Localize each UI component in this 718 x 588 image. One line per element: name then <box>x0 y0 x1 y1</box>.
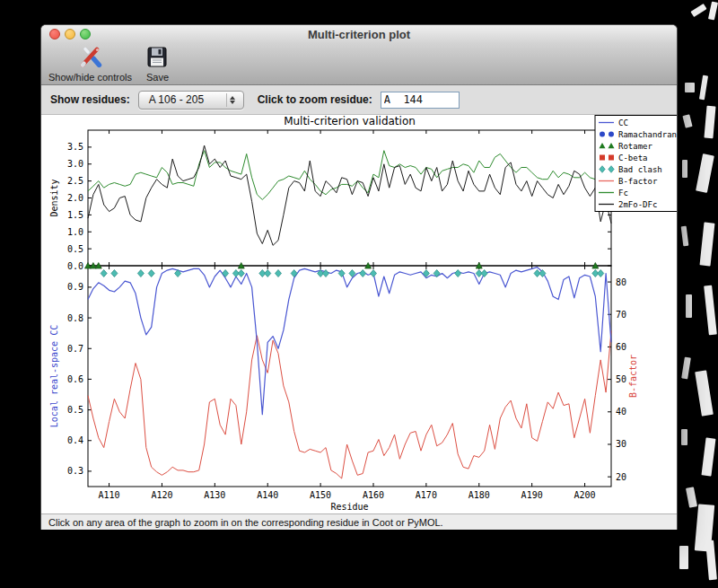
show-hide-controls-button[interactable]: Show/hide controls <box>48 46 132 83</box>
svg-text:A130: A130 <box>204 490 225 500</box>
svg-text:Ramachandran: Ramachandran <box>618 130 677 139</box>
screen-artifact <box>696 154 714 193</box>
svg-text:A120: A120 <box>151 490 172 500</box>
svg-text:CC: CC <box>618 118 628 127</box>
title-bar[interactable]: Multi-criterion plot <box>41 25 677 44</box>
zoom-residue-input[interactable] <box>381 92 460 109</box>
toolbar: Show/hide controls Save <box>41 44 677 85</box>
svg-text:2.0: 2.0 <box>67 193 83 203</box>
svg-text:0.3: 0.3 <box>67 466 83 476</box>
svg-text:A110: A110 <box>99 490 120 500</box>
svg-text:Rotamer: Rotamer <box>618 142 653 151</box>
screen-artifact <box>695 370 714 416</box>
screen-artifact <box>679 546 688 569</box>
screen-artifact <box>700 223 715 267</box>
svg-text:Bad clash: Bad clash <box>618 165 662 174</box>
svg-text:B-factor: B-factor <box>628 355 638 398</box>
minimize-button[interactable] <box>65 29 75 39</box>
screen-artifact <box>705 540 717 581</box>
status-text: Click on any area of the graph to zoom i… <box>48 517 443 528</box>
zoom-residue-label: Click to zoom residue: <box>258 93 372 106</box>
svg-text:0.4: 0.4 <box>67 435 83 445</box>
svg-text:60: 60 <box>616 342 626 352</box>
svg-text:Density: Density <box>49 179 59 216</box>
save-label: Save <box>146 72 169 83</box>
svg-text:3.5: 3.5 <box>67 142 83 152</box>
screen-artifact <box>681 226 689 247</box>
screen-artifact <box>682 160 687 178</box>
screen-artifact <box>690 4 706 17</box>
svg-text:C-beta: C-beta <box>618 154 648 162</box>
svg-text:70: 70 <box>616 310 626 320</box>
save-floppy-icon <box>146 46 168 71</box>
screen-artifact <box>682 114 692 128</box>
multi-criterion-plot-canvas[interactable]: Multi-criterion validation0.00.51.01.52.… <box>41 115 677 513</box>
svg-text:1.0: 1.0 <box>67 227 83 237</box>
svg-text:0.6: 0.6 <box>67 374 83 384</box>
svg-text:Fc: Fc <box>618 189 628 197</box>
svg-text:0.7: 0.7 <box>67 344 83 354</box>
screen-artifact <box>704 285 717 336</box>
svg-text:A150: A150 <box>310 490 331 500</box>
svg-text:A170: A170 <box>416 490 437 500</box>
controls-row: Show residues: A 106 - 205 Click to zoom… <box>41 85 677 115</box>
svg-text:A180: A180 <box>468 490 490 500</box>
screen-artifact <box>686 487 697 507</box>
screen-artifact <box>681 429 687 445</box>
screen-artifact <box>685 83 695 92</box>
show-residues-label: Show residues: <box>50 93 130 106</box>
svg-text:80: 80 <box>616 277 626 287</box>
svg-text:2.5: 2.5 <box>67 176 83 186</box>
save-button[interactable]: Save <box>146 46 169 83</box>
screen-artifact <box>699 75 708 101</box>
zoom-window-button[interactable] <box>80 29 91 39</box>
svg-text:A200: A200 <box>574 490 596 500</box>
svg-text:A160: A160 <box>363 490 384 500</box>
tools-icon <box>78 46 102 71</box>
svg-text:0.8: 0.8 <box>67 313 83 323</box>
screen-artifact <box>701 437 715 476</box>
svg-text:1.5: 1.5 <box>67 210 83 220</box>
app-window: Multi-criterion plot Show/hide controls <box>40 24 678 530</box>
screen-artifact <box>686 294 692 318</box>
svg-text:20: 20 <box>616 472 626 482</box>
svg-text:0.5: 0.5 <box>67 244 83 254</box>
status-bar: Click on any area of the graph to zoom i… <box>41 513 677 530</box>
svg-text:B-factor: B-factor <box>618 177 658 186</box>
svg-text:Multi-criterion validation: Multi-criterion validation <box>284 115 416 127</box>
screen-artifact <box>708 1 718 20</box>
svg-text:Residue: Residue <box>330 502 368 512</box>
svg-text:A190: A190 <box>521 490 543 500</box>
screen-artifact <box>681 357 691 380</box>
svg-text:30: 30 <box>616 439 626 449</box>
svg-text:3.0: 3.0 <box>67 159 83 169</box>
svg-text:0.9: 0.9 <box>67 282 83 292</box>
svg-text:2mFo-DFc: 2mFo-DFc <box>618 200 657 209</box>
stepper-arrows-icon <box>226 93 239 107</box>
svg-text:Local real-space CC: Local real-space CC <box>49 325 59 427</box>
show-hide-controls-label: Show/hide controls <box>48 72 132 83</box>
window-controls <box>49 29 91 39</box>
screen-artifact <box>704 106 715 139</box>
window-title: Multi-criterion plot <box>308 28 410 41</box>
close-button[interactable] <box>49 29 60 39</box>
svg-text:A140: A140 <box>257 490 278 500</box>
svg-text:0.5: 0.5 <box>67 405 83 415</box>
figure-canvas: Multi-criterion validation0.00.51.01.52.… <box>41 115 677 513</box>
svg-text:0.0: 0.0 <box>67 261 83 271</box>
svg-text:40: 40 <box>616 407 626 417</box>
show-residues-select[interactable]: A 106 - 205 <box>138 91 244 110</box>
svg-text:50: 50 <box>616 374 626 384</box>
show-residues-value: A 106 - 205 <box>149 93 204 106</box>
